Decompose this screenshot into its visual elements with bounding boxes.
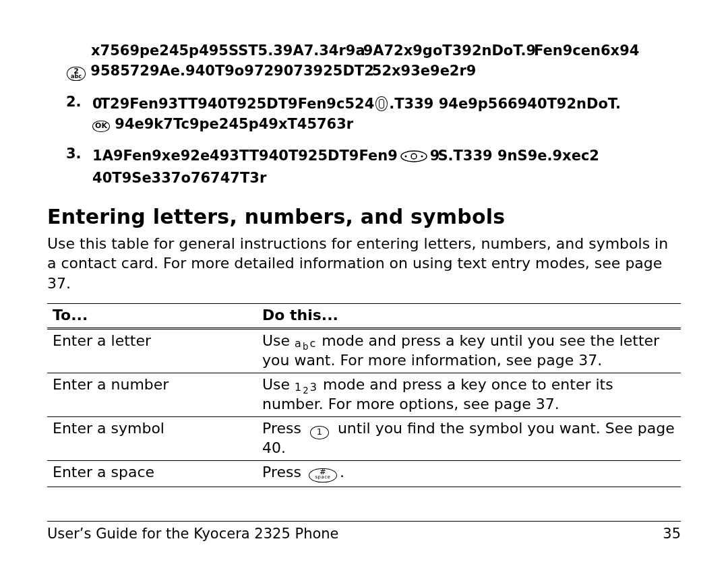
svg-point-3 (421, 155, 423, 157)
list-number: 3. (66, 146, 89, 162)
garble-text: 52x93e9e2r9 (372, 63, 477, 79)
table-header-to: To... (47, 303, 257, 328)
table-row: Enter a symbol Press 1 until you find th… (47, 417, 681, 461)
cell-do: Use 123 mode and press a key once to ent… (257, 373, 681, 416)
signal-key-icon (375, 96, 388, 111)
svg-point-1 (411, 154, 417, 159)
document-page: x7569pe245p495SST5.39A7.34r9a9A72x9goT39… (0, 0, 728, 562)
garble-text: S.T339 9nS9e.9xec2 (437, 148, 599, 164)
cell-do: Use abc mode and press a key until you s… (257, 328, 681, 373)
cell-to: Enter a letter (47, 328, 257, 373)
text: Press (262, 464, 306, 480)
garble-text: 40T9Se337o76747T3r (92, 170, 266, 186)
nav-key-icon (400, 148, 427, 168)
space-key-icon: #space (309, 468, 337, 482)
list-item-3: 3. 1A9Fen9xe92e493TT940T925DT9Fen99S.T33… (66, 146, 681, 189)
garbled-line-1: x7569pe245p495SST5.39A7.34r9a9A72x9goT39… (91, 40, 681, 82)
table-row: Enter a number Use 123 mode and press a … (47, 373, 681, 416)
svg-point-2 (404, 155, 406, 157)
footer-rule (47, 521, 681, 522)
garble-text: 94e9k7Tc9pe245p49xT45763r (115, 116, 353, 132)
garble-text: 9585729Ae.940T9o9729073925DT (90, 63, 364, 79)
section-intro: Use this table for general instructions … (47, 234, 681, 294)
cell-to: Enter a space (47, 461, 257, 487)
cell-do: Press 1 until you find the symbol you wa… (257, 417, 681, 461)
abc-key-icon: 2abc (67, 67, 86, 81)
garble-text: T29Fen93TT940T925DT9Fen9c524 (100, 96, 375, 112)
123-mode-icon: 123 (295, 381, 318, 394)
text: Use (262, 376, 295, 393)
list-item-2: 2. 0T29Fen93TT940T925DT9Fen9c524.T339 94… (66, 94, 681, 135)
one-key-icon: 1 (310, 426, 329, 439)
garble-text: x7569pe245p495SST5.39A7.34r9 (91, 42, 355, 59)
text: Press (262, 420, 306, 437)
garble-text: .T339 94e9p566940T92nDoT. (389, 96, 621, 112)
garble-text: 0 (92, 96, 100, 112)
table-header-do: Do this... (257, 303, 681, 328)
garble-text: 9A72x9goT392nDoT. (363, 42, 526, 59)
garble-text: 2 (364, 63, 372, 79)
abc-mode-icon: abc (295, 337, 317, 350)
ok-key-icon: OK (92, 121, 110, 132)
cell-to: Enter a symbol (47, 417, 257, 461)
cell-to: Enter a number (47, 373, 257, 416)
text: . (340, 464, 344, 480)
table-row: Enter a space Press #space. (47, 461, 681, 487)
garble-text: a (355, 42, 363, 59)
text: mode and press a key until you see the l… (262, 332, 659, 369)
list-number: 2. (66, 94, 89, 110)
table-row: Enter a letter Use abc mode and press a … (47, 328, 681, 373)
garble-text: Fen9cen6x94 (534, 42, 639, 59)
page-footer: User’s Guide for the Kyocera 2325 Phone … (47, 521, 681, 542)
section-heading: Entering letters, numbers, and symbols (47, 205, 681, 228)
garble-text: 1A9Fen9xe92e493TT940T925DT9Fen9 (92, 148, 398, 164)
text: Use (262, 332, 295, 349)
page-number: 35 (663, 526, 681, 542)
garble-text: 9 (526, 42, 534, 59)
footer-title: User’s Guide for the Kyocera 2325 Phone (47, 526, 339, 542)
cell-do: Press #space. (257, 461, 681, 487)
garble-text: 9 (430, 148, 438, 164)
instructions-table: To... Do this... Enter a letter Use abc … (47, 303, 681, 487)
